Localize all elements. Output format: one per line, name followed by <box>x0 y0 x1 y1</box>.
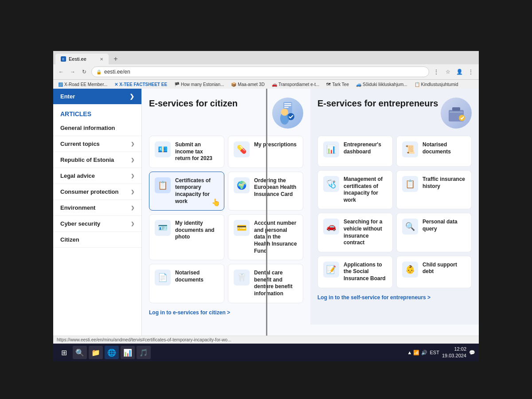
bookmark-xtee[interactable]: ✕ X-TEE FACTSHEET EE <box>113 82 169 87</box>
mgmt-cert-icon: 🩺 <box>323 176 339 192</box>
sidebar-item-consumer[interactable]: Consumer protection ❯ <box>53 184 141 200</box>
personal-data-label: Personal data query <box>422 219 466 232</box>
entrepreneur-section-header: E-services for entrepreneurs <box>317 98 472 129</box>
service-card-notarised-ent[interactable]: 📜 Notarised documents <box>396 136 472 167</box>
service-card-prescriptions[interactable]: 💊 My prescriptions <box>228 136 303 168</box>
taskbar-file-explorer[interactable]: 📁 <box>89 346 103 359</box>
taskbar-search[interactable]: 🔍 <box>73 346 87 359</box>
bookmarks-bar: 🔗 X-Road EE Member... ✕ X-TEE FACTSHEET … <box>53 80 479 90</box>
tab-label: Eesti.ee <box>69 56 86 62</box>
taskbar-powerpoint[interactable]: 📊 <box>121 346 135 359</box>
taskbar-chrome[interactable]: 🌐 <box>105 346 119 359</box>
browser-tab-active[interactable]: E Eesti.ee ✕ <box>55 54 109 64</box>
svg-rect-8 <box>452 107 460 111</box>
services-container: E-services for citizen <box>142 89 479 325</box>
sidebar-item-environment[interactable]: Environment ❯ <box>53 200 141 216</box>
service-card-certificates[interactable]: 📋 Certificates of temporary incapacity f… <box>149 172 224 211</box>
sidebar-item-cyber[interactable]: Cyber security ❯ <box>53 216 141 232</box>
bookmark-transport[interactable]: 🚗 Transpordiamet e-t... <box>270 82 321 87</box>
back-btn[interactable]: ← <box>57 67 66 76</box>
bookmark-estonian-label: How many Estonian... <box>181 82 224 87</box>
svg-rect-3 <box>284 107 289 108</box>
citizen-illustration <box>272 98 303 129</box>
clock-date: 19.03.2024 <box>442 352 466 359</box>
service-card-social[interactable]: 📝 Applications to the Social Insurance B… <box>317 256 393 288</box>
svg-rect-9 <box>450 112 463 113</box>
svg-point-10 <box>459 115 465 121</box>
traffic-label: Traffic insurance history <box>422 176 466 190</box>
articles-section-title: ARTICLES <box>53 104 141 120</box>
cyber-chevron: ❯ <box>131 221 134 226</box>
consumer-chevron: ❯ <box>131 189 134 194</box>
prescriptions-icon: 💊 <box>234 141 250 157</box>
page-content: Enter ❯ ARTICLES General information Cur… <box>53 89 479 361</box>
bookmark-soiduki[interactable]: 🚙 Sõiduki liikluskahjum... <box>354 82 409 87</box>
bookmark-estonian[interactable]: 🏴 How many Estonian... <box>172 82 226 87</box>
tray-notification[interactable]: 💬 <box>469 350 475 356</box>
republic-chevron: ❯ <box>131 157 134 162</box>
enter-label: Enter <box>60 93 75 100</box>
entrepreneur-illustration <box>441 98 472 129</box>
tab-close-btn[interactable]: ✕ <box>100 57 103 62</box>
mgmt-cert-label: Management of certificates of incapacity… <box>344 176 387 203</box>
sidebar-item-general[interactable]: General information <box>53 120 141 136</box>
service-card-vehicle-search[interactable]: 🚗 Searching for a vehicle without insura… <box>317 213 393 252</box>
bookmark-xroad[interactable]: 🔗 X-Road EE Member... <box>57 82 109 87</box>
service-card-identity[interactable]: 🪪 My identity documents and photo <box>149 214 224 260</box>
extensions-btn[interactable]: ⋮ <box>432 67 441 76</box>
health-card-label: Ordering the European Health Insurance C… <box>254 177 297 198</box>
identity-icon: 🪪 <box>155 220 171 236</box>
bookmark-soiduki-label: Sõiduki liikluskahjum... <box>363 82 407 87</box>
sidebar-item-legal[interactable]: Legal advice ❯ <box>53 168 141 184</box>
entrepreneur-illustration-svg <box>445 102 467 124</box>
bookmark-kindlustus[interactable]: 📋 Kindlustusjuhtumid <box>413 82 460 87</box>
service-card-health-card[interactable]: 🌍 Ordering the European Health Insurance… <box>228 172 303 211</box>
vehicle-search-icon: 🚗 <box>323 219 339 235</box>
service-card-income-tax[interactable]: 💶 Submit an income tax return for 2023 <box>149 136 224 168</box>
sidebar-item-republic[interactable]: Republic of Estonia ❯ <box>53 152 141 168</box>
taskbar: ⊞ 🔍 📁 🌐 📊 🎵 ▲ 📶 🔊 EST 12:02 19.03.2024 💬 <box>53 344 479 361</box>
service-card-dashboard[interactable]: 📊 Entrepreneur's dashboard <box>317 136 393 167</box>
enter-chevron: ❯ <box>129 93 134 100</box>
reload-btn[interactable]: ↻ <box>80 67 89 76</box>
profile-btn[interactable]: 👤 <box>455 67 464 76</box>
taskbar-spotify[interactable]: 🎵 <box>137 346 151 359</box>
personal-data-icon: 🔍 <box>402 219 418 235</box>
entrepreneur-login-link[interactable]: Log in to the self-service for entrepren… <box>317 294 472 301</box>
dental-icon: 🦷 <box>234 270 250 286</box>
start-btn[interactable]: ⊞ <box>57 346 71 359</box>
menu-btn[interactable]: ⋮ <box>466 67 475 76</box>
citizen-section-title: E-services for citizen <box>149 98 238 109</box>
bookmark-tarktee[interactable]: 🗺 Tark Tee <box>325 82 351 87</box>
sidebar-item-citizen[interactable]: Citizen <box>53 232 141 248</box>
bookmark-btn[interactable]: ☆ <box>443 67 452 76</box>
forward-btn[interactable]: → <box>68 67 77 76</box>
cursor-pointer-icon: 👆 <box>211 198 220 207</box>
sidebar-cyber-label: Cyber security <box>60 220 100 227</box>
address-bar[interactable]: 🔒 eesti.ee/en <box>91 66 429 77</box>
new-tab-btn[interactable]: + <box>110 54 121 64</box>
bookmark-maaamet-icon: 📦 <box>231 82 236 87</box>
notarised-label: Notarised documents <box>175 270 219 283</box>
identity-label: My identity documents and photo <box>175 220 219 241</box>
citizen-login-link[interactable]: Log in to e-services for citizen > <box>149 309 303 316</box>
tray-icons: ▲ 📶 🔊 <box>407 350 427 356</box>
sidebar-consumer-label: Consumer protection <box>60 188 118 195</box>
prescriptions-label: My prescriptions <box>254 141 297 149</box>
social-label: Applications to the Social Insurance Boa… <box>344 262 387 282</box>
bookmark-maaamet[interactable]: 📦 Maa-amet 3D <box>229 82 266 87</box>
enter-button[interactable]: Enter ❯ <box>53 89 141 104</box>
dental-label: Dental care benefit and denture benefit … <box>254 270 297 297</box>
service-card-account[interactable]: 💳 Account number and personal data in th… <box>228 214 303 260</box>
service-card-dental[interactable]: 🦷 Dental care benefit and denture benefi… <box>228 264 303 303</box>
entrepreneur-services-grid: 📊 Entrepreneur's dashboard 📜 Notarised d… <box>317 136 472 288</box>
child-support-icon: 👶 <box>402 262 418 278</box>
environment-chevron: ❯ <box>131 205 134 210</box>
clock-time: 12:02 <box>442 346 466 352</box>
service-card-traffic[interactable]: 📋 Traffic insurance history <box>396 170 472 209</box>
service-card-personal-data[interactable]: 🔍 Personal data query <box>396 213 472 252</box>
service-card-mgmt-cert[interactable]: 🩺 Management of certificates of incapaci… <box>317 170 393 209</box>
sidebar-item-current[interactable]: Current topics ❯ <box>53 136 141 152</box>
service-card-child-support[interactable]: 👶 Child support debt <box>396 256 472 288</box>
service-card-notarised[interactable]: 📄 Notarised documents <box>149 264 224 303</box>
